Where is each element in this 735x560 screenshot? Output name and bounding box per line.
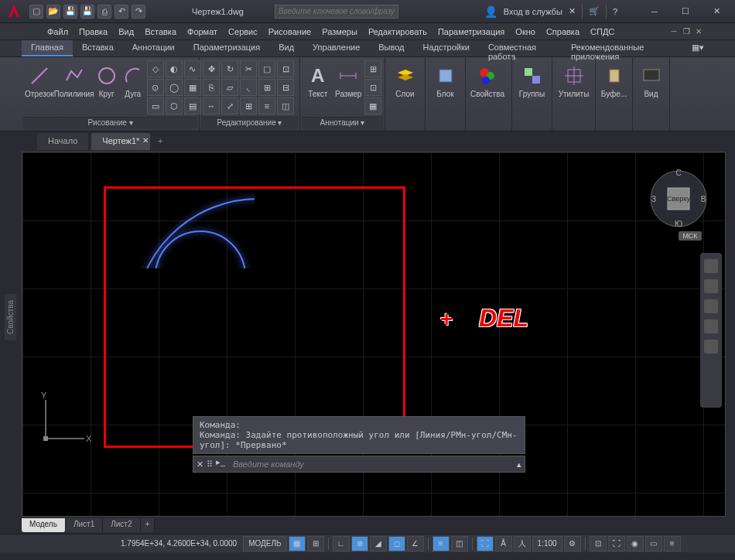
cmd-recent-icon[interactable]: ▴: [517, 459, 521, 470]
menu-modify[interactable]: Редактировать: [364, 26, 432, 38]
edit-fillet-icon[interactable]: ◟: [240, 79, 257, 96]
edit-mirror-icon[interactable]: ▱: [221, 79, 238, 96]
edit-5[interactable]: ⊡: [277, 60, 294, 77]
draw-small-7[interactable]: ▭: [147, 97, 164, 114]
tool-polyline[interactable]: Полилиния: [56, 60, 93, 98]
annot-small-3[interactable]: ▦: [364, 97, 381, 114]
menu-insert[interactable]: Вставка: [140, 26, 181, 38]
menu-file[interactable]: Файл: [43, 26, 73, 38]
draw-small-3[interactable]: ∿: [184, 60, 201, 77]
exchange-icon[interactable]: ✕: [569, 6, 576, 16]
drawing-area[interactable]: + DEL X Y Сверху С В Ю З МСК Команда:: [22, 152, 726, 517]
cmd-handle-icon[interactable]: ⠿: [207, 459, 213, 470]
status-snap-icon[interactable]: ⊞: [307, 536, 324, 551]
rtab-collab[interactable]: Совместная работа: [479, 40, 562, 56]
qat-plot-icon[interactable]: ⎙: [97, 5, 111, 19]
status-osnap-icon[interactable]: ◻: [388, 536, 405, 551]
status-clean-icon[interactable]: ▭: [645, 536, 662, 551]
draw-small-9[interactable]: ▤: [184, 97, 201, 114]
edit-14[interactable]: ≡: [258, 97, 275, 114]
tool-text[interactable]: AТекст: [303, 60, 333, 98]
qat-undo-icon[interactable]: ↶: [115, 5, 128, 19]
status-polar-icon[interactable]: ⊕: [351, 536, 368, 551]
menu-view[interactable]: Вид: [114, 26, 138, 38]
minimize-button[interactable]: ─: [639, 1, 670, 22]
tab-add-layout[interactable]: +: [141, 518, 156, 532]
signin-button[interactable]: Вход в службы: [504, 7, 562, 16]
ucs-icon[interactable]: X Y: [30, 392, 92, 454]
viewcube[interactable]: Сверху С В Ю З МСК: [648, 168, 709, 230]
status-transparency-icon[interactable]: ◫: [451, 536, 468, 551]
tool-clipboard[interactable]: Буфе...: [599, 60, 629, 98]
edit-9[interactable]: ⊞: [258, 79, 275, 96]
status-ortho-icon[interactable]: ∟: [333, 536, 350, 551]
rtab-featured[interactable]: Рекомендованные приложения: [562, 40, 682, 56]
tool-groups[interactable]: Группы: [515, 60, 549, 98]
status-max-icon[interactable]: ⛶: [608, 536, 625, 551]
rtab-output[interactable]: Вывод: [369, 40, 413, 56]
status-gear-icon[interactable]: ⚙: [564, 536, 581, 551]
tab-model[interactable]: Модель: [22, 518, 66, 532]
draw-small-4[interactable]: ⊙: [147, 79, 164, 96]
menu-draw[interactable]: Рисование: [264, 26, 316, 38]
rtab-extra-icon[interactable]: ▦▾: [682, 40, 713, 56]
maximize-button[interactable]: ☐: [670, 1, 701, 22]
cart-icon[interactable]: 🛒: [589, 6, 600, 16]
tab-layout1[interactable]: Лист1: [66, 518, 103, 532]
tab-layout2[interactable]: Лист2: [103, 518, 140, 532]
infocenter-search[interactable]: [275, 5, 398, 19]
rtab-annotate[interactable]: Аннотации: [123, 40, 184, 56]
edit-copy-icon[interactable]: ⎘: [203, 79, 220, 96]
tool-view[interactable]: Вид: [636, 60, 666, 98]
status-annoscale-icon[interactable]: ⛶: [477, 536, 494, 551]
edit-stretch-icon[interactable]: ↔: [203, 97, 220, 114]
draw-small-2[interactable]: ◐: [166, 60, 183, 77]
status-iso-icon[interactable]: ◢: [370, 536, 387, 551]
edit-array-icon[interactable]: ⊞: [240, 97, 257, 114]
qat-save-icon[interactable]: 💾: [63, 5, 77, 19]
filetab-drawing1[interactable]: Чертеж1*✕: [91, 133, 150, 150]
app-logo[interactable]: [3, 2, 25, 21]
edit-move-icon[interactable]: ✥: [203, 60, 220, 77]
draw-small-8[interactable]: ⬡: [166, 97, 183, 114]
nav-pan-icon[interactable]: [704, 279, 718, 293]
status-hw-icon[interactable]: ◉: [627, 536, 644, 551]
panel-annot-title[interactable]: Аннотации ▾: [302, 117, 383, 129]
status-coords[interactable]: 1.7954E+34, 4.2600E+34, 0.0000: [116, 539, 241, 548]
draw-small-1[interactable]: ◇: [147, 60, 164, 77]
menu-dimension[interactable]: Размеры: [317, 26, 362, 38]
rtab-addins[interactable]: Надстройки: [414, 40, 479, 56]
signin-icon[interactable]: 👤: [484, 5, 497, 18]
properties-palette-tab[interactable]: Свойства: [5, 294, 16, 340]
rtab-view[interactable]: Вид: [269, 40, 303, 56]
status-workspace-icon[interactable]: ⊡: [590, 536, 607, 551]
qat-new-icon[interactable]: ▢: [29, 5, 43, 19]
annot-small-1[interactable]: ⊞: [364, 60, 381, 77]
menu-parametric[interactable]: Параметризация: [433, 26, 509, 38]
close-button[interactable]: ✕: [701, 1, 732, 22]
rtab-parametric[interactable]: Параметризация: [184, 40, 269, 56]
menu-help[interactable]: Справка: [542, 26, 584, 38]
panel-edit-title[interactable]: Редактирование ▾: [201, 117, 298, 129]
status-annovis-icon[interactable]: Å: [495, 536, 512, 551]
tool-dimension[interactable]: Размер: [334, 60, 364, 98]
doc-restore-icon[interactable]: ❐: [681, 26, 692, 37]
draw-small-6[interactable]: ▦: [184, 79, 201, 96]
filetab-start[interactable]: Начало: [37, 133, 88, 150]
rtab-home[interactable]: Главная: [22, 40, 73, 56]
edit-4[interactable]: ▢: [258, 60, 275, 77]
draw-small-5[interactable]: ◯: [166, 79, 183, 96]
status-scale[interactable]: 1:100: [532, 536, 562, 551]
filetab-add-button[interactable]: +: [153, 136, 167, 150]
qat-saveas-icon[interactable]: 💾: [80, 5, 94, 19]
menu-spds[interactable]: СПДС: [586, 26, 619, 38]
edit-15[interactable]: ◫: [277, 97, 294, 114]
tool-circle[interactable]: Круг: [94, 60, 119, 98]
status-model[interactable]: МОДЕЛЬ: [243, 536, 286, 551]
qat-redo-icon[interactable]: ↷: [132, 5, 145, 19]
tool-utilities[interactable]: Утилиты: [556, 60, 592, 98]
nav-orbit-icon[interactable]: [704, 319, 718, 333]
cmd-close-icon[interactable]: ✕: [197, 459, 203, 470]
status-lineweight-icon[interactable]: ≡: [432, 536, 450, 551]
nav-steering-icon[interactable]: [704, 259, 718, 273]
